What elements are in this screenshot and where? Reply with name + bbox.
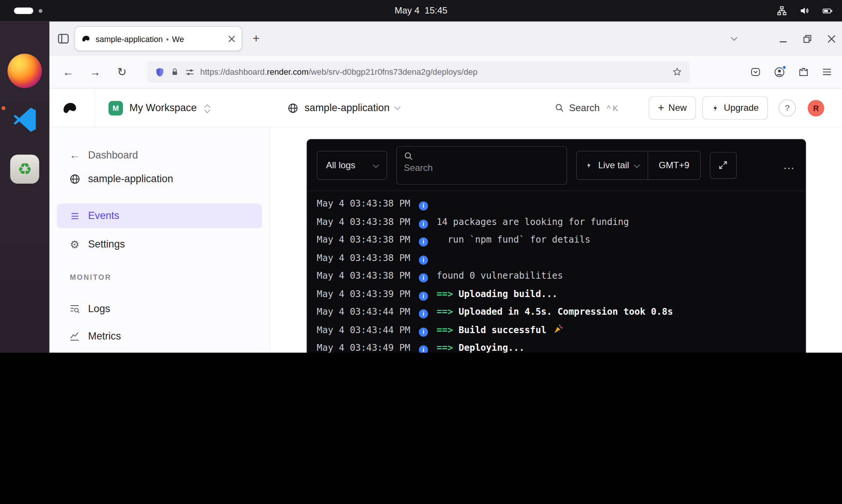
menu-hamburger-icon[interactable] bbox=[822, 66, 833, 77]
log-message: found 0 vulnerabilities bbox=[436, 270, 563, 281]
service-selector[interactable]: sample-application bbox=[287, 89, 400, 127]
timezone-button[interactable]: GMT+9 bbox=[647, 151, 700, 179]
sidebar-item-settings[interactable]: ⚙ Settings bbox=[69, 236, 125, 253]
tab-favicon-render-logo bbox=[81, 35, 90, 43]
sidebar-service-name[interactable]: sample-application bbox=[69, 170, 173, 187]
sidebar-item-logs[interactable]: Logs bbox=[69, 300, 110, 317]
chevron-down-icon bbox=[373, 161, 379, 167]
sidebar-item-metrics[interactable]: Metrics bbox=[69, 327, 121, 345]
vscode-icon[interactable] bbox=[10, 105, 39, 134]
browser-tab[interactable]: sample-application•We bbox=[75, 27, 241, 50]
tab-close-icon[interactable] bbox=[228, 35, 235, 42]
log-timestamp: May 4 03:43:38 PM bbox=[317, 234, 410, 245]
lock-icon[interactable] bbox=[170, 67, 179, 76]
system-clock[interactable]: May 4 15:45 bbox=[0, 0, 842, 21]
live-tail-group: Live tail GMT+9 bbox=[576, 151, 700, 180]
log-timestamp: May 4 03:43:38 PM bbox=[317, 252, 410, 263]
gear-icon: ⚙ bbox=[69, 238, 80, 250]
info-icon: i bbox=[419, 345, 428, 353]
global-search[interactable]: Search ^ K bbox=[555, 102, 618, 113]
forward-button[interactable]: → bbox=[87, 65, 103, 78]
expand-logs-button[interactable] bbox=[710, 152, 736, 178]
log-message: ==> Uploading build... bbox=[436, 288, 557, 299]
log-arrow: ==> bbox=[436, 324, 459, 335]
plus-icon: + bbox=[658, 102, 664, 114]
upgrade-button[interactable]: Upgrade bbox=[702, 96, 768, 120]
list-icon bbox=[69, 211, 80, 221]
info-icon: i bbox=[419, 327, 428, 336]
account-icon[interactable] bbox=[774, 66, 785, 78]
log-row: May 4 03:43:49 PMi==> Deploying... bbox=[317, 339, 794, 353]
lightning-icon bbox=[711, 103, 719, 112]
render-dashboard: M My Workspace sample-application Search… bbox=[50, 89, 842, 353]
extensions-puzzle-icon[interactable] bbox=[798, 66, 809, 77]
log-timestamp: May 4 03:43:39 PM bbox=[317, 288, 410, 299]
log-message: ==> Uploaded in 4.5s. Compression took 0… bbox=[436, 306, 673, 317]
log-arrow: ==> bbox=[436, 306, 459, 317]
globe-icon bbox=[69, 173, 80, 184]
section-monitor: MONITOR bbox=[70, 273, 112, 281]
bookmark-star-icon[interactable] bbox=[672, 67, 682, 77]
log-overflow-menu[interactable]: … bbox=[783, 158, 796, 172]
log-timestamp: May 4 03:43:49 PM bbox=[317, 342, 410, 353]
log-row: May 4 03:43:39 PMi==> Uploading build... bbox=[317, 285, 794, 303]
party-popper-icon bbox=[553, 323, 564, 334]
pocket-icon[interactable] bbox=[750, 66, 761, 77]
live-tail-dropdown[interactable]: Live tail bbox=[577, 151, 647, 179]
tab-strip: sample-application•We + bbox=[50, 21, 842, 56]
close-button[interactable] bbox=[827, 35, 835, 42]
log-arrow: ==> bbox=[436, 342, 459, 353]
tracking-protection-shield-icon[interactable] bbox=[155, 67, 165, 77]
search-icon bbox=[555, 103, 564, 113]
log-lines: May 4 03:43:38 PMiMay 4 03:43:38 PMi14 p… bbox=[307, 191, 806, 353]
info-icon: i bbox=[419, 309, 428, 318]
log-arrow: ==> bbox=[436, 288, 459, 299]
log-timestamp: May 4 03:43:38 PM bbox=[317, 216, 410, 227]
help-button[interactable]: ? bbox=[779, 100, 796, 117]
log-row: May 4 03:43:38 PMi run `npm fund` for de… bbox=[317, 231, 794, 249]
info-icon: i bbox=[419, 273, 428, 282]
search-shortcut: ^ K bbox=[607, 103, 618, 112]
firefox-view-icon[interactable] bbox=[57, 32, 70, 45]
chevron-updown-icon bbox=[205, 104, 210, 112]
system-top-bar: May 4 15:45 bbox=[0, 0, 842, 21]
render-logo[interactable] bbox=[62, 89, 77, 127]
user-avatar[interactable]: R bbox=[807, 100, 824, 116]
back-to-dashboard[interactable]: ← Dashboard bbox=[69, 146, 138, 164]
search-icon bbox=[404, 151, 560, 161]
log-message: run `npm fund` for details bbox=[436, 234, 590, 245]
expand-icon bbox=[718, 160, 728, 170]
info-icon: i bbox=[419, 237, 428, 246]
reload-button[interactable]: ↻ bbox=[114, 65, 130, 78]
info-icon: i bbox=[419, 291, 428, 300]
software-updater-icon[interactable]: ♻ bbox=[10, 155, 39, 184]
logs-search-input[interactable]: Search bbox=[396, 146, 567, 184]
restore-button[interactable] bbox=[803, 35, 811, 42]
workspace-selector[interactable]: M My Workspace bbox=[109, 89, 210, 127]
system-tray[interactable] bbox=[777, 0, 834, 21]
list-tabs-chevron-icon[interactable] bbox=[732, 38, 736, 39]
back-button[interactable]: ← bbox=[60, 65, 76, 78]
sidebar-item-events[interactable]: Events bbox=[57, 204, 262, 228]
minimize-button[interactable] bbox=[779, 35, 787, 42]
new-tab-button[interactable]: + bbox=[248, 31, 264, 47]
network-tree-icon bbox=[777, 5, 788, 16]
browser-window: sample-application•We + ← → ↻ https://da… bbox=[50, 21, 842, 353]
firefox-icon[interactable] bbox=[8, 54, 42, 88]
app-top-nav: M My Workspace sample-application Search… bbox=[50, 89, 842, 127]
arrow-left-icon: ← bbox=[69, 149, 80, 161]
search-label: Search bbox=[569, 102, 600, 113]
tab-title: sample-application•We bbox=[96, 34, 223, 43]
url-fade bbox=[632, 62, 670, 81]
battery-icon bbox=[822, 5, 833, 16]
log-timestamp: May 4 03:43:44 PM bbox=[317, 306, 410, 317]
running-indicator-dot bbox=[2, 106, 5, 110]
info-icon: i bbox=[419, 255, 428, 264]
chevron-down-icon bbox=[634, 161, 640, 167]
permissions-icon[interactable] bbox=[185, 67, 195, 77]
url-bar[interactable]: https://dashboard.render.com/web/srv-d0b… bbox=[147, 61, 690, 83]
log-message: ==> Deploying... bbox=[436, 342, 524, 353]
divider bbox=[95, 89, 95, 127]
new-button[interactable]: +New bbox=[649, 96, 696, 120]
log-filter-dropdown[interactable]: All logs bbox=[317, 151, 387, 180]
